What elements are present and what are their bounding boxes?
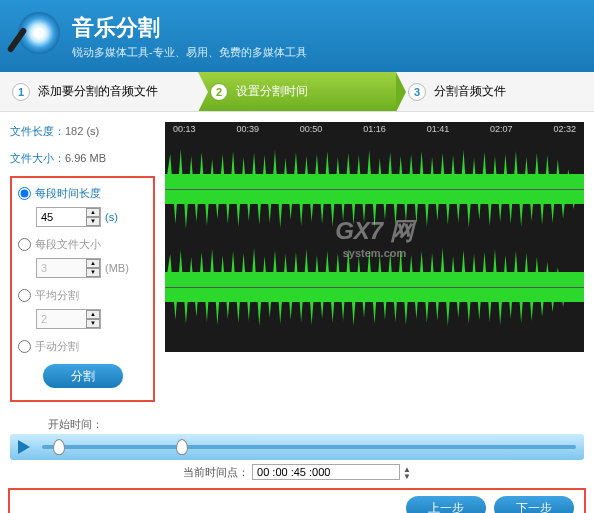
spinner-average[interactable]: ▲▼ xyxy=(86,310,100,328)
step-3[interactable]: 3 分割音频文件 xyxy=(396,72,594,111)
step-1[interactable]: 1 添加要分割的音频文件 xyxy=(0,72,198,111)
label-average: 平均分割 xyxy=(35,288,79,303)
label-by-duration: 每段时间长度 xyxy=(35,186,101,201)
app-title: 音乐分割 xyxy=(72,13,307,43)
player-controls xyxy=(10,434,584,460)
seek-marker-start[interactable] xyxy=(53,439,65,455)
file-size: 文件大小：6.96 MB xyxy=(10,149,155,168)
next-button[interactable]: 下一步 xyxy=(494,496,574,513)
app-header: 音乐分割 锐动多媒体工具-专业、易用、免费的多媒体工具 xyxy=(0,0,594,72)
label-manual: 手动分割 xyxy=(35,339,79,354)
step-bar: 1 添加要分割的音频文件 2 设置分割时间 3 分割音频文件 xyxy=(0,72,594,112)
step-3-label: 分割音频文件 xyxy=(434,83,506,100)
prev-button[interactable]: 上一步 xyxy=(406,496,486,513)
waveform-timeline: 00:1300:3900:5001:1601:4102:0702:32 xyxy=(165,122,584,136)
app-subtitle: 锐动多媒体工具-专业、易用、免费的多媒体工具 xyxy=(72,45,307,60)
label-by-size: 每段文件大小 xyxy=(35,237,101,252)
split-options: 每段时间长度 ▲▼ (s) 每段文件大小 ▲▼ (MB) xyxy=(10,176,155,402)
split-button[interactable]: 分割 xyxy=(43,364,123,388)
seek-track[interactable] xyxy=(42,445,576,449)
spinner-size[interactable]: ▲▼ xyxy=(86,259,100,277)
radio-by-size[interactable] xyxy=(18,238,31,251)
waveform-channel-left xyxy=(165,144,584,234)
step-2-label: 设置分割时间 xyxy=(236,83,308,100)
current-time-label: 当前时间点： xyxy=(183,466,249,478)
radio-manual[interactable] xyxy=(18,340,31,353)
step-2[interactable]: 2 设置分割时间 xyxy=(198,72,396,111)
step-1-label: 添加要分割的音频文件 xyxy=(38,83,158,100)
app-logo xyxy=(12,12,60,60)
radio-average[interactable] xyxy=(18,289,31,302)
radio-by-duration[interactable] xyxy=(18,187,31,200)
current-time-input[interactable] xyxy=(252,464,400,480)
time-spinner[interactable]: ▲▼ xyxy=(403,466,411,480)
waveform-channel-right xyxy=(165,242,584,332)
file-length: 文件长度：182 (s) xyxy=(10,122,155,141)
start-time-label: 开始时间： xyxy=(48,417,103,432)
spinner-duration[interactable]: ▲▼ xyxy=(86,208,100,226)
waveform-display[interactable]: 00:1300:3900:5001:1601:4102:0702:32 GX7 … xyxy=(165,122,584,352)
seek-marker-end[interactable] xyxy=(176,439,188,455)
footer-buttons: 上一步 下一步 xyxy=(8,488,586,513)
options-panel: 文件长度：182 (s) 文件大小：6.96 MB 每段时间长度 ▲▼ (s) … xyxy=(10,122,155,402)
play-button[interactable] xyxy=(18,440,30,454)
